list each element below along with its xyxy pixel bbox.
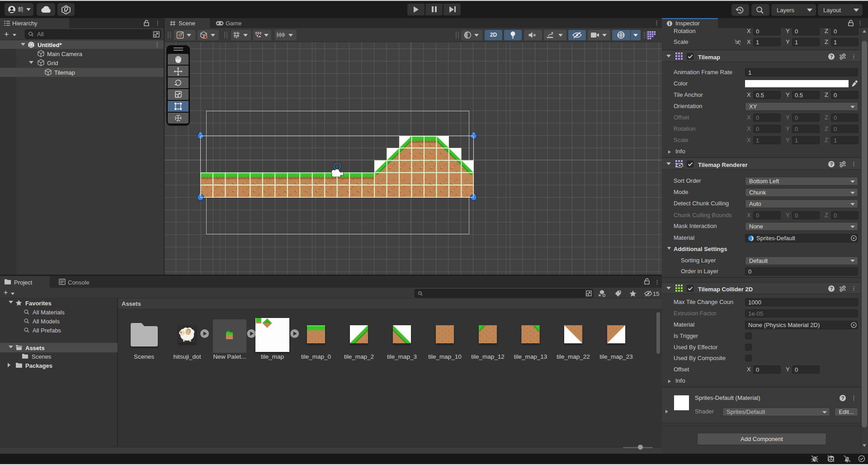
- svg-text:tile_map_23: tile_map_23: [599, 353, 633, 360]
- svg-text:tile_map_3: tile_map_3: [387, 353, 417, 360]
- svg-text:Scenes: Scenes: [134, 353, 154, 360]
- svg-text:?: ?: [830, 161, 833, 167]
- svg-text:?: ?: [830, 54, 833, 59]
- svg-text:tile_map_10: tile_map_10: [428, 353, 462, 360]
- svg-text:tile_map_22: tile_map_22: [557, 353, 590, 360]
- svg-text:tile_map_12: tile_map_12: [471, 353, 505, 360]
- svg-text:tile_map_13: tile_map_13: [514, 353, 547, 360]
- svg-text:hitsuji_dot: hitsuji_dot: [174, 353, 201, 360]
- svg-text:tile_map_0: tile_map_0: [301, 353, 331, 360]
- svg-text:tile_map: tile_map: [261, 353, 284, 360]
- svg-text:New Palet...: New Palet...: [213, 353, 246, 360]
- svg-text:Y: Y: [235, 35, 238, 39]
- svg-text:?: ?: [841, 395, 844, 401]
- svg-text:tile_map_2: tile_map_2: [344, 353, 374, 360]
- svg-text:?: ?: [830, 286, 833, 291]
